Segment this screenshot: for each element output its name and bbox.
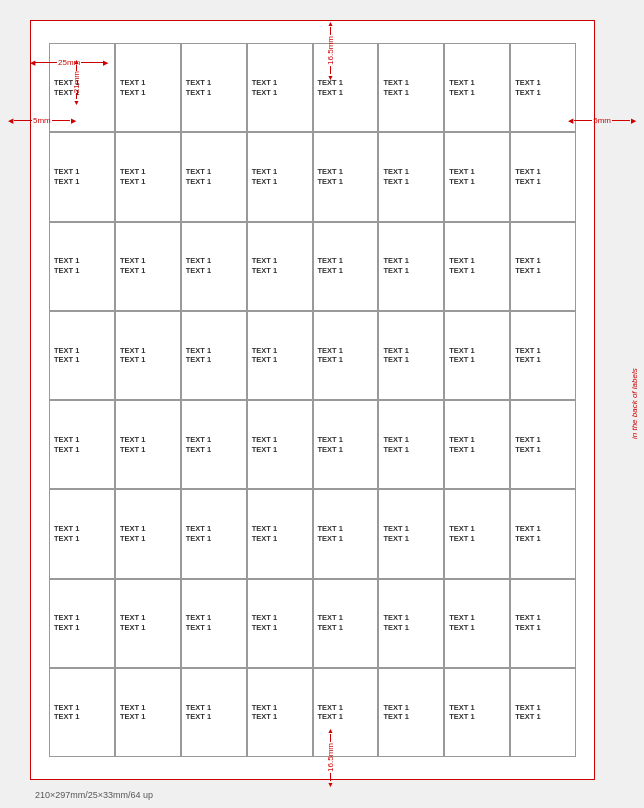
label-line1: TEXT 1: [54, 435, 110, 445]
label-cell: TEXT 1TEXT 1: [115, 43, 181, 132]
label-line1: TEXT 1: [515, 524, 571, 534]
label-cell: TEXT 1TEXT 1: [378, 311, 444, 400]
label-line1: TEXT 1: [120, 524, 176, 534]
label-line2: TEXT 1: [515, 177, 571, 187]
label-cell: TEXT 1TEXT 1: [313, 668, 379, 757]
outer-wrapper: TEXT 1TEXT 1TEXT 1TEXT 1TEXT 1TEXT 1TEXT…: [0, 0, 644, 808]
label-cell: TEXT 1TEXT 1: [181, 132, 247, 221]
label-cell: TEXT 1TEXT 1: [378, 489, 444, 578]
right-margin-arrow: ◀ 5mm ▶: [568, 116, 636, 125]
label-cell: TEXT 1TEXT 1: [378, 132, 444, 221]
label-line1: TEXT 1: [449, 346, 505, 356]
label-cell: TEXT 1TEXT 1: [49, 489, 115, 578]
label-cell: TEXT 1TEXT 1: [49, 222, 115, 311]
label-line2: TEXT 1: [120, 712, 176, 722]
label-line1: TEXT 1: [383, 167, 439, 177]
label-cell: TEXT 1TEXT 1: [247, 311, 313, 400]
label-line2: TEXT 1: [54, 712, 110, 722]
label-line1: TEXT 1: [54, 613, 110, 623]
label-line2: TEXT 1: [186, 712, 242, 722]
label-line1: TEXT 1: [54, 256, 110, 266]
top-margin-measure: ▲ 16.5mm ▼: [326, 20, 335, 81]
cell-width-measure: ◀ 25mm ▶: [30, 58, 108, 67]
label-line1: TEXT 1: [318, 435, 374, 445]
label-line1: TEXT 1: [449, 613, 505, 623]
label-line2: TEXT 1: [54, 355, 110, 365]
label-cell: TEXT 1TEXT 1: [378, 668, 444, 757]
label-line2: TEXT 1: [120, 266, 176, 276]
label-cell: TEXT 1TEXT 1: [49, 400, 115, 489]
label-line1: TEXT 1: [252, 524, 308, 534]
label-line1: TEXT 1: [383, 524, 439, 534]
label-line1: TEXT 1: [252, 346, 308, 356]
label-cell: TEXT 1TEXT 1: [378, 579, 444, 668]
top-margin-label: 16.5mm: [326, 36, 335, 65]
left-margin-arrow: ◀ 5mm ▶: [8, 116, 76, 125]
label-line2: TEXT 1: [383, 88, 439, 98]
label-line2: TEXT 1: [120, 88, 176, 98]
label-cell: TEXT 1TEXT 1: [247, 43, 313, 132]
label-cell: TEXT 1TEXT 1: [510, 222, 576, 311]
label-cell: TEXT 1TEXT 1: [115, 132, 181, 221]
left-margin-label: 5mm: [33, 116, 51, 125]
label-cell: TEXT 1TEXT 1: [115, 311, 181, 400]
label-line1: TEXT 1: [120, 613, 176, 623]
label-cell: TEXT 1TEXT 1: [115, 222, 181, 311]
label-line2: TEXT 1: [318, 355, 374, 365]
label-line1: TEXT 1: [54, 703, 110, 713]
right-side-label: in the back of labels: [630, 120, 639, 688]
label-line1: TEXT 1: [383, 613, 439, 623]
label-line2: TEXT 1: [252, 445, 308, 455]
label-line2: TEXT 1: [449, 88, 505, 98]
label-line1: TEXT 1: [449, 78, 505, 88]
label-line1: TEXT 1: [54, 78, 110, 88]
label-line2: TEXT 1: [186, 355, 242, 365]
label-cell: TEXT 1TEXT 1: [313, 43, 379, 132]
right-margin-label: 5mm: [593, 116, 611, 125]
label-line1: TEXT 1: [120, 78, 176, 88]
label-line1: TEXT 1: [318, 346, 374, 356]
label-line2: TEXT 1: [120, 623, 176, 633]
label-line1: TEXT 1: [252, 435, 308, 445]
label-line2: TEXT 1: [54, 266, 110, 276]
label-line2: TEXT 1: [186, 534, 242, 544]
label-line1: TEXT 1: [318, 613, 374, 623]
label-line2: TEXT 1: [515, 445, 571, 455]
label-cell: TEXT 1TEXT 1: [444, 43, 510, 132]
label-cell: TEXT 1TEXT 1: [181, 668, 247, 757]
label-cell: TEXT 1TEXT 1: [313, 400, 379, 489]
label-line1: TEXT 1: [252, 613, 308, 623]
label-line2: TEXT 1: [449, 534, 505, 544]
label-line1: TEXT 1: [515, 78, 571, 88]
label-line1: TEXT 1: [186, 256, 242, 266]
label-line1: TEXT 1: [449, 435, 505, 445]
label-line2: TEXT 1: [449, 355, 505, 365]
label-line2: TEXT 1: [515, 88, 571, 98]
label-line1: TEXT 1: [515, 256, 571, 266]
label-line1: TEXT 1: [449, 167, 505, 177]
label-line2: TEXT 1: [252, 712, 308, 722]
label-cell: TEXT 1TEXT 1: [115, 489, 181, 578]
label-line2: TEXT 1: [318, 177, 374, 187]
label-line1: TEXT 1: [186, 167, 242, 177]
label-cell: TEXT 1TEXT 1: [49, 668, 115, 757]
label-cell: TEXT 1TEXT 1: [444, 132, 510, 221]
label-line2: TEXT 1: [186, 177, 242, 187]
label-cell: TEXT 1TEXT 1: [510, 489, 576, 578]
label-cell: TEXT 1TEXT 1: [444, 668, 510, 757]
label-cell: TEXT 1TEXT 1: [313, 222, 379, 311]
label-line2: TEXT 1: [383, 445, 439, 455]
label-line2: TEXT 1: [515, 623, 571, 633]
label-line2: TEXT 1: [120, 355, 176, 365]
label-line2: TEXT 1: [54, 88, 110, 98]
label-cell: TEXT 1TEXT 1: [378, 400, 444, 489]
label-line1: TEXT 1: [383, 346, 439, 356]
label-line2: TEXT 1: [186, 623, 242, 633]
label-cell: TEXT 1TEXT 1: [115, 400, 181, 489]
label-line1: TEXT 1: [383, 256, 439, 266]
label-cell: TEXT 1TEXT 1: [313, 132, 379, 221]
label-line2: TEXT 1: [54, 445, 110, 455]
label-line2: TEXT 1: [515, 534, 571, 544]
label-line2: TEXT 1: [54, 623, 110, 633]
label-line2: TEXT 1: [252, 534, 308, 544]
